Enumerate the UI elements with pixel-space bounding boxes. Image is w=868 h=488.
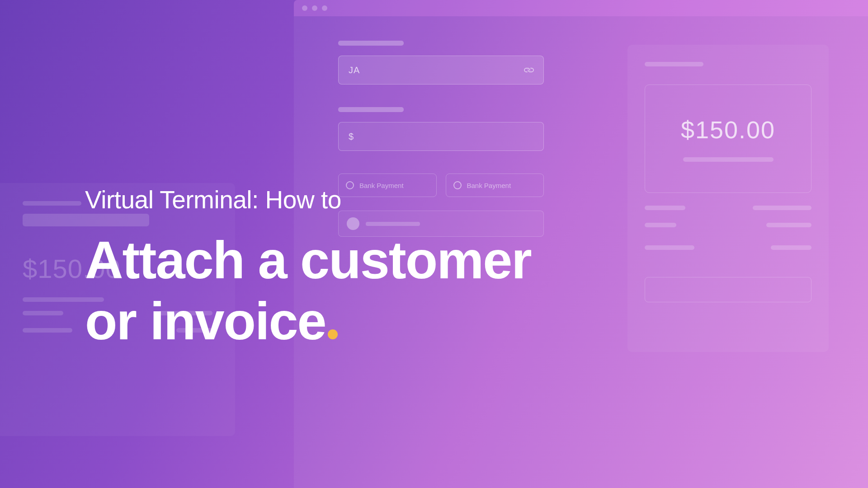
unlink-icon[interactable]: [523, 64, 535, 76]
line-item-row: [645, 223, 811, 227]
currency-prefix: $: [349, 131, 354, 142]
submit-button-skel[interactable]: [645, 277, 811, 302]
summary-card: $150.00: [627, 45, 829, 352]
headline-text: Attach a customer or invoice: [85, 230, 531, 352]
amount-input[interactable]: $: [338, 122, 544, 151]
amount-sublabel-skel: [683, 157, 774, 162]
traffic-light-max-icon: [322, 5, 327, 11]
title-block: Virtual Terminal: How to Attach a custom…: [85, 185, 531, 352]
line-item-row: [645, 206, 811, 210]
customer-field-label: [338, 41, 404, 46]
customer-initials: JA: [349, 65, 360, 75]
eyebrow-text: Virtual Terminal: How to: [85, 185, 531, 214]
amount-box: $150.00: [645, 84, 811, 193]
traffic-light-min-icon: [312, 5, 317, 11]
accent-dot-icon: [328, 329, 338, 339]
amount-field-label: [338, 107, 404, 112]
traffic-light-close-icon: [302, 5, 307, 11]
amount-display: $150.00: [681, 116, 775, 144]
summary-title-skel: [645, 62, 703, 66]
headline-line-2: or invoice: [85, 291, 326, 351]
browser-titlebar: [294, 0, 868, 16]
line-item-row: [645, 245, 811, 250]
headline-line-1: Attach a customer: [85, 230, 531, 290]
customer-input[interactable]: JA: [338, 56, 544, 84]
